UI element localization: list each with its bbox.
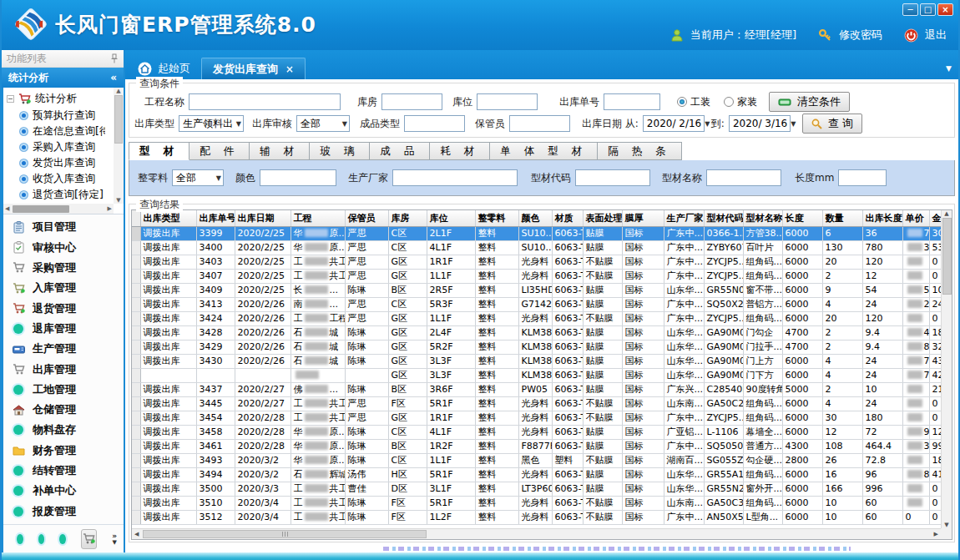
audit-select[interactable]: 全部 ▼: [296, 115, 350, 132]
table-row[interactable]: 调拨出库34932020/3/2华原...陈琳C区1L1F整料黑色塑料不贴膜国标…: [132, 453, 941, 467]
dot-icon[interactable]: [17, 534, 23, 544]
column-header[interactable]: 库位: [427, 210, 475, 226]
tree-horizontal-scrollbar[interactable]: ◀ ▶: [3, 204, 114, 214]
table-row[interactable]: 调拨出库34292020/2/26石城陈琳G区5R2F整料KLM38176063…: [132, 340, 941, 354]
tree-item[interactable]: 采购入库查询: [7, 139, 105, 155]
material-tab-1[interactable]: 型 材: [129, 142, 189, 160]
sidebar-item-生产管理[interactable]: 生产管理: [12, 340, 124, 358]
column-header[interactable]: 出库类型: [140, 210, 196, 226]
outbound-type-select[interactable]: 生产领料出库 ▼: [179, 115, 244, 132]
table-row[interactable]: G区3L3F整料KLM38176063-T5贴膜国标山东华...GA90M09.…: [132, 368, 941, 382]
change-password-link[interactable]: 修改密码: [839, 28, 882, 43]
tree-expander-icon[interactable]: [7, 95, 14, 103]
sidebar-item-报废管理[interactable]: 报废管理: [12, 502, 124, 521]
material-tab-5[interactable]: 成 品: [370, 142, 430, 160]
sidebar-item-项目管理[interactable]: 项目管理: [12, 218, 124, 236]
warehouse-input[interactable]: [381, 93, 442, 110]
column-header[interactable]: 单价: [902, 210, 929, 226]
logout-link[interactable]: 退出: [925, 28, 947, 43]
table-row[interactable]: 调拨出库34072020/2/25工共工程严思G区1L1F整料光身料6063-T…: [132, 269, 941, 283]
date-from-picker[interactable]: 2020/ 2/16 ▼: [643, 115, 705, 132]
column-header[interactable]: 表面处理: [583, 210, 622, 226]
length-input[interactable]: [838, 169, 887, 186]
grid-vertical-scrollbar[interactable]: ▲ ▼: [941, 210, 952, 528]
tree-root-node[interactable]: 统计分析: [7, 90, 105, 108]
material-tab-8[interactable]: 隔 热 条: [598, 142, 681, 160]
manufacturer-input[interactable]: [392, 169, 518, 186]
dot-icon[interactable]: [38, 534, 45, 544]
scrollbar-thumb[interactable]: [143, 530, 427, 538]
tab-close-icon[interactable]: ×: [285, 63, 294, 75]
scrollbar-thumb[interactable]: [942, 218, 952, 295]
collapse-icon[interactable]: «: [110, 72, 117, 83]
table-row[interactable]: 调拨出库34242020/2/26工工程严思G区1L1F整料光身料6063-T5…: [132, 311, 941, 325]
tree-item[interactable]: 发货出库查询: [7, 155, 105, 171]
sidebar-group-header[interactable]: 统计分析 «: [2, 68, 124, 88]
sidebar-item-仓储管理[interactable]: 仓储管理: [12, 401, 124, 419]
scroll-up-icon[interactable]: ▲: [944, 210, 948, 217]
material-tab-3[interactable]: 辅 材: [250, 142, 310, 160]
table-row[interactable]: 调拨出库34302020/2/26石城陈琳G区3L3F整料KLM38176063…: [132, 354, 941, 368]
table-row[interactable]: 调拨出库33992020/2/25华原...严思C区2L1F整料SU10...6…: [132, 226, 941, 240]
table-row[interactable]: 调拨出库34132020/2/26南...严思C区5R3F整料G71422606…: [132, 297, 941, 311]
sidebar-item-退库管理[interactable]: 退库管理: [12, 320, 124, 338]
column-header[interactable]: 颜色: [518, 210, 552, 226]
scroll-right-icon[interactable]: ▶: [108, 205, 112, 212]
tree-item[interactable]: 预算执行查询: [7, 108, 105, 124]
date-to-picker[interactable]: 2020/ 3/16 ▼: [729, 115, 791, 132]
table-row[interactable]: 调拨出库35122020/3/4工共工程陈琳F区1L2F整料光身料6063-T5…: [132, 510, 941, 524]
project-name-input[interactable]: [189, 93, 341, 110]
table-row[interactable]: 调拨出库34282020/2/26石城陈琳G区2L4F整料KLM38176063…: [132, 325, 941, 340]
pin-icon[interactable]: [110, 53, 119, 63]
table-row[interactable]: 调拨出库34542020/2/28工共工程严思G区1R1F整料光身料6063-T…: [132, 411, 941, 425]
table-row[interactable]: 调拨出库35102020/3/4工共工程陈琳F区5R1F整料光身料6063-T5…: [132, 496, 941, 510]
color-input[interactable]: [260, 169, 336, 186]
search-button[interactable]: 查 询: [802, 114, 862, 134]
column-header[interactable]: 出库单号: [196, 210, 235, 226]
column-header[interactable]: 型材代码: [704, 210, 743, 226]
sidebar-item-出库管理[interactable]: 出库管理: [12, 361, 124, 379]
tree-item[interactable]: 退货查询[待定]: [7, 187, 105, 203]
column-header[interactable]: 型材名称: [743, 210, 782, 226]
column-header[interactable]: 库房: [388, 210, 427, 226]
table-row[interactable]: 调拨出库34032020/2/25工共工程严思G区1R1F整料光身料6063-T…: [132, 255, 941, 269]
profile-name-input[interactable]: [706, 169, 781, 186]
table-row[interactable]: 调拨出库34452020/2/27工共工程严思F区5R1F整料光身料6063-T…: [132, 396, 941, 411]
sidebar-item-退货管理[interactable]: 退货管理: [12, 300, 124, 318]
column-header[interactable]: 金: [929, 210, 941, 226]
sidebar-item-补单中心[interactable]: 补单中心: [12, 482, 124, 500]
scroll-right-icon[interactable]: ▶: [934, 531, 938, 537]
profile-code-input[interactable]: [575, 169, 650, 186]
radio-gongzhuang[interactable]: 工装: [677, 95, 710, 109]
sidebar-item-结转管理[interactable]: 结转管理: [12, 462, 124, 480]
radio-jiazhuang[interactable]: 家装: [724, 95, 757, 109]
sidebar-item-物料盘存[interactable]: 物料盘存: [12, 421, 124, 439]
table-row[interactable]: 调拨出库34582020/2/28华原...陈琳C区4L1F整料光身料6063-…: [132, 425, 941, 439]
sidebar-item-工地管理[interactable]: 工地管理: [12, 381, 124, 399]
table-row[interactable]: 调拨出库34092020/2/25长...陈琳B区2R5F整料LI35HD606…: [132, 283, 941, 297]
scroll-left-icon[interactable]: ◀: [134, 531, 139, 537]
grid-horizontal-scrollbar[interactable]: ◀ ▶: [132, 528, 941, 539]
minimize-button[interactable]: ─: [902, 3, 918, 16]
table-row[interactable]: 调拨出库34942020/3/2石辉城汤伟H区5R1F整料光身料6063-T5贴…: [132, 467, 941, 482]
material-tab-7[interactable]: 单 体 型 材: [490, 142, 598, 160]
tree-item[interactable]: 在途信息查询[待定]: [7, 124, 105, 139]
material-tab-6[interactable]: 耗 材: [430, 142, 490, 160]
column-header[interactable]: 膜厚: [622, 210, 664, 226]
cart-shortcut-button[interactable]: [81, 529, 98, 549]
keeper-input[interactable]: [509, 115, 570, 132]
scroll-up-icon[interactable]: ▲: [116, 88, 120, 94]
column-header[interactable]: 长度: [782, 210, 822, 226]
tree-item[interactable]: 收货入库查询: [7, 171, 105, 187]
close-button[interactable]: ×: [937, 3, 953, 16]
maximize-button[interactable]: □: [920, 3, 936, 16]
location-input[interactable]: [477, 93, 538, 110]
column-header[interactable]: 材质: [552, 210, 583, 226]
tabbar-dropdown-icon[interactable]: ▼: [946, 64, 952, 73]
tree-vertical-scrollbar[interactable]: ▲ ▼: [114, 88, 124, 204]
column-header[interactable]: 生产厂家: [664, 210, 704, 226]
material-tab-2[interactable]: 配 件: [189, 142, 250, 160]
column-header[interactable]: 出库长度: [862, 210, 902, 226]
table-row[interactable]: 调拨出库34372020/2/27佛...陈琳B区3R6F整料PW056063-…: [132, 382, 941, 396]
footer-overflow-chevron[interactable]: » ▼: [112, 532, 117, 546]
